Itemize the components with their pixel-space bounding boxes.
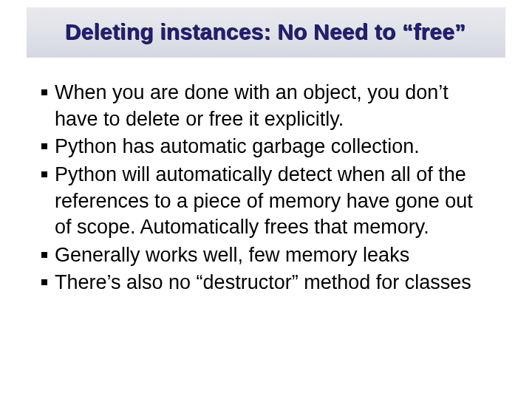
bullet-icon: [41, 89, 47, 95]
slide-body: When you are done with an object, you do…: [41, 80, 479, 298]
list-item: Generally works well, few memory leaks: [41, 242, 479, 269]
bullet-icon: [41, 279, 47, 285]
bullet-icon: [41, 143, 47, 149]
slide: Deleting instances: No Need to “free” Wh…: [0, 0, 532, 399]
list-item: When you are done with an object, you do…: [41, 80, 479, 132]
bullet-text: Python has automatic garbage collection.: [55, 134, 479, 160]
bullet-text: Generally works well, few memory leaks: [55, 242, 479, 269]
bullet-text: There’s also no “destructor” method for …: [55, 270, 479, 296]
bullet-text: When you are done with an object, you do…: [55, 80, 479, 132]
bullet-icon: [41, 252, 47, 258]
bullet-text: Python will automatically detect when al…: [55, 162, 479, 241]
list-item: Python will automatically detect when al…: [41, 162, 479, 241]
slide-title: Deleting instances: No Need to “free”: [66, 20, 467, 45]
list-item: Python has automatic garbage collection.: [41, 134, 479, 160]
bullet-icon: [41, 171, 47, 177]
title-band: Deleting instances: No Need to “free”: [27, 7, 505, 58]
list-item: There’s also no “destructor” method for …: [41, 270, 479, 296]
